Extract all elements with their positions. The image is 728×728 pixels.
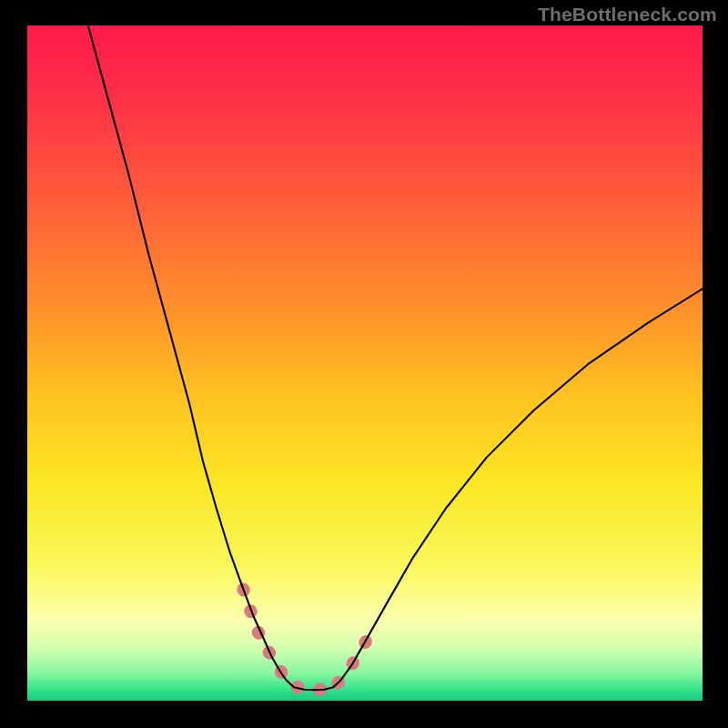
bottleneck-chart [0,0,728,728]
gradient-panel [27,25,703,701]
watermark: TheBottleneck.com [538,4,717,25]
